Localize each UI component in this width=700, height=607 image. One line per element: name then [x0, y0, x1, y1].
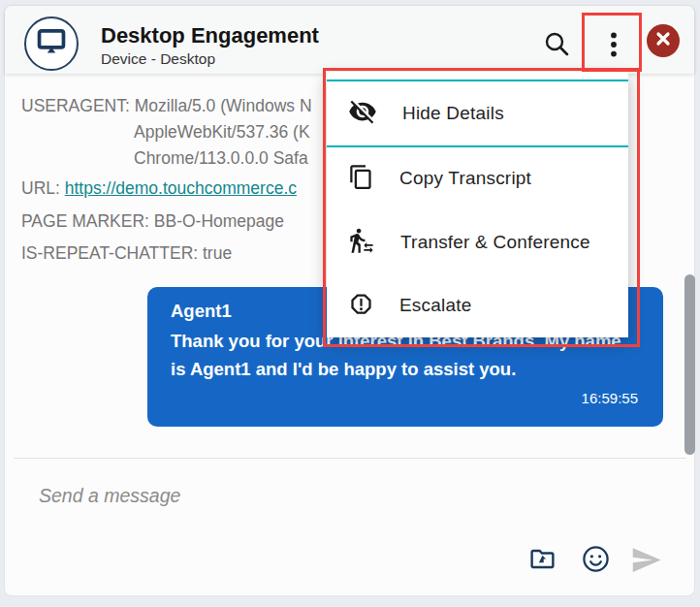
chat-scrollbar-thumb[interactable]	[684, 274, 695, 455]
menu-item-escalate[interactable]: Escalate	[327, 274, 628, 338]
avatar	[24, 16, 79, 71]
eye-off-icon	[348, 97, 377, 130]
desktop-monitor-icon	[35, 25, 68, 62]
menu-item-label: Escalate	[399, 295, 471, 316]
transfer-person-icon	[348, 227, 375, 258]
folder-upload-icon[interactable]	[528, 545, 557, 577]
menu-item-label: Hide Details	[402, 103, 504, 124]
detail-url-link[interactable]: https://demo.touchcommerce.c	[65, 178, 297, 198]
detail-useragent-line2: AppleWebKit/537.36 (K	[134, 122, 310, 143]
context-menu: Hide Details Copy Transcript Transfer & …	[327, 72, 628, 337]
menu-item-label: Transfer & Conference	[400, 232, 590, 253]
detail-url-label: URL:	[21, 178, 60, 198]
copy-icon	[348, 164, 374, 194]
menu-item-copy-transcript[interactable]: Copy Transcript	[327, 147, 628, 211]
detail-repeat-chatter: IS-REPEAT-CHATTER: true	[21, 243, 232, 264]
close-button[interactable]	[647, 24, 680, 57]
escalate-warning-icon	[348, 291, 374, 321]
detail-url-row: URL: https://demo.touchcommerce.c	[21, 178, 297, 199]
menu-item-label: Copy Transcript	[399, 168, 531, 189]
emoji-icon[interactable]	[582, 545, 610, 577]
engagement-widget: BROWSER: Chrome 113.0.0.0 USERAGENT: Moz…	[0, 0, 700, 607]
header: Desktop Engagement Device - Desktop	[5, 6, 694, 74]
message-input-placeholder: Send a message	[39, 485, 180, 507]
detail-useragent-line1: USERAGENT: Mozilla/5.0 (Windows N	[21, 96, 312, 116]
detail-useragent-line3: Chrome/113.0.0.0 Safa	[134, 148, 308, 169]
menu-item-transfer-conference[interactable]: Transfer & Conference	[327, 210, 628, 274]
close-icon	[654, 30, 672, 51]
kebab-menu-icon[interactable]	[599, 27, 628, 66]
search-icon[interactable]	[541, 28, 572, 63]
page-title: Desktop Engagement	[101, 23, 319, 48]
detail-page-marker: PAGE MARKER: BB-O-Homepage	[21, 211, 284, 232]
page-subtitle: Device - Desktop	[101, 50, 215, 68]
menu-item-hide-details[interactable]: Hide Details	[327, 81, 628, 145]
message-timestamp: 16:59:55	[171, 390, 638, 406]
send-icon[interactable]	[630, 544, 662, 580]
